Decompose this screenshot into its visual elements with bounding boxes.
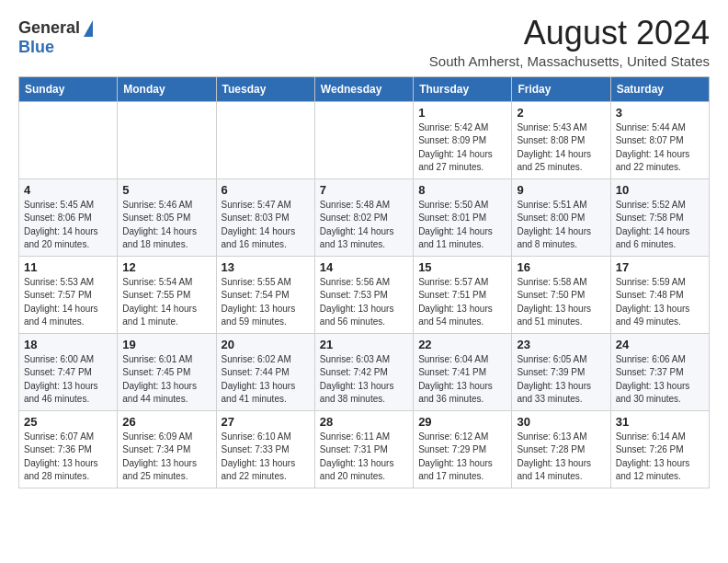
day-info: Sunrise: 5:44 AMSunset: 8:07 PMDaylight:… xyxy=(616,121,704,175)
day-info: Sunrise: 6:04 AMSunset: 7:41 PMDaylight:… xyxy=(418,353,506,407)
day-number: 5 xyxy=(122,183,210,197)
day-info: Sunrise: 5:46 AMSunset: 8:05 PMDaylight:… xyxy=(122,199,210,252)
day-of-week-wednesday: Wednesday xyxy=(314,76,413,101)
day-info: Sunrise: 5:59 AMSunset: 7:48 PMDaylight:… xyxy=(616,276,704,329)
day-number: 14 xyxy=(320,260,408,274)
day-info: Sunrise: 6:09 AMSunset: 7:34 PMDaylight:… xyxy=(122,431,210,484)
logo-blue-text: Blue xyxy=(18,38,54,56)
day-info: Sunrise: 6:05 AMSunset: 7:39 PMDaylight:… xyxy=(517,353,605,407)
day-number: 23 xyxy=(517,338,605,351)
day-number: 17 xyxy=(616,260,704,274)
calendar-cell: 31Sunrise: 6:14 AMSunset: 7:26 PMDayligh… xyxy=(610,410,709,488)
logo: General Blue xyxy=(18,18,93,57)
day-info: Sunrise: 6:03 AMSunset: 7:42 PMDaylight:… xyxy=(320,353,408,407)
day-info: Sunrise: 5:58 AMSunset: 7:50 PMDaylight:… xyxy=(517,276,605,329)
calendar-cell: 17Sunrise: 5:59 AMSunset: 7:48 PMDayligh… xyxy=(610,256,709,333)
day-number: 4 xyxy=(24,183,112,197)
calendar-cell: 30Sunrise: 6:13 AMSunset: 7:28 PMDayligh… xyxy=(512,410,610,488)
calendar-cell: 11Sunrise: 5:53 AMSunset: 7:57 PMDayligh… xyxy=(19,256,118,333)
day-of-week-saturday: Saturday xyxy=(610,76,709,101)
day-number: 19 xyxy=(122,338,210,351)
day-info: Sunrise: 6:10 AMSunset: 7:33 PMDaylight:… xyxy=(222,431,310,484)
day-number: 13 xyxy=(222,260,310,274)
calendar-cell xyxy=(118,101,216,178)
calendar-week-1: 1Sunrise: 5:42 AMSunset: 8:09 PMDaylight… xyxy=(19,101,710,178)
calendar-cell: 19Sunrise: 6:01 AMSunset: 7:45 PMDayligh… xyxy=(118,333,216,410)
calendar-cell: 4Sunrise: 5:45 AMSunset: 8:06 PMDaylight… xyxy=(19,178,118,256)
day-number: 29 xyxy=(418,415,506,429)
day-number: 28 xyxy=(320,415,408,429)
calendar-week-5: 25Sunrise: 6:07 AMSunset: 7:36 PMDayligh… xyxy=(19,410,710,488)
calendar-cell: 2Sunrise: 5:43 AMSunset: 8:08 PMDaylight… xyxy=(512,101,610,178)
logo-general-text: General xyxy=(18,18,80,38)
calendar-cell: 10Sunrise: 5:52 AMSunset: 7:58 PMDayligh… xyxy=(610,178,709,256)
day-number: 26 xyxy=(122,415,210,429)
calendar-cell: 6Sunrise: 5:47 AMSunset: 8:03 PMDaylight… xyxy=(216,178,314,256)
calendar-cell: 28Sunrise: 6:11 AMSunset: 7:31 PMDayligh… xyxy=(314,410,413,488)
calendar-cell: 22Sunrise: 6:04 AMSunset: 7:41 PMDayligh… xyxy=(414,333,512,410)
calendar-cell: 15Sunrise: 5:57 AMSunset: 7:51 PMDayligh… xyxy=(414,256,512,333)
day-info: Sunrise: 5:52 AMSunset: 7:58 PMDaylight:… xyxy=(616,199,704,252)
day-number: 16 xyxy=(517,260,605,274)
calendar-week-2: 4Sunrise: 5:45 AMSunset: 8:06 PMDaylight… xyxy=(19,178,710,256)
calendar-cell: 18Sunrise: 6:00 AMSunset: 7:47 PMDayligh… xyxy=(19,333,118,410)
calendar-cell: 25Sunrise: 6:07 AMSunset: 7:36 PMDayligh… xyxy=(19,410,118,488)
calendar-week-4: 18Sunrise: 6:00 AMSunset: 7:47 PMDayligh… xyxy=(19,333,710,410)
calendar-cell: 7Sunrise: 5:48 AMSunset: 8:02 PMDaylight… xyxy=(314,178,413,256)
calendar-cell: 27Sunrise: 6:10 AMSunset: 7:33 PMDayligh… xyxy=(216,410,314,488)
day-number: 11 xyxy=(24,260,112,274)
calendar-cell: 24Sunrise: 6:06 AMSunset: 7:37 PMDayligh… xyxy=(610,333,709,410)
calendar-cell: 8Sunrise: 5:50 AMSunset: 8:01 PMDaylight… xyxy=(414,178,512,256)
day-number: 6 xyxy=(222,183,310,197)
day-number: 31 xyxy=(616,415,704,429)
day-info: Sunrise: 5:55 AMSunset: 7:54 PMDaylight:… xyxy=(222,276,310,329)
day-info: Sunrise: 6:14 AMSunset: 7:26 PMDaylight:… xyxy=(616,431,704,484)
day-info: Sunrise: 6:06 AMSunset: 7:37 PMDaylight:… xyxy=(616,353,704,407)
day-number: 15 xyxy=(418,260,506,274)
day-info: Sunrise: 6:13 AMSunset: 7:28 PMDaylight:… xyxy=(517,431,605,484)
calendar-cell xyxy=(19,101,118,178)
day-info: Sunrise: 5:43 AMSunset: 8:08 PMDaylight:… xyxy=(517,121,605,175)
logo-triangle-icon xyxy=(84,20,93,37)
day-number: 3 xyxy=(616,106,704,120)
day-of-week-sunday: Sunday xyxy=(19,76,118,101)
days-of-week-row: SundayMondayTuesdayWednesdayThursdayFrid… xyxy=(19,76,710,101)
calendar-week-3: 11Sunrise: 5:53 AMSunset: 7:57 PMDayligh… xyxy=(19,256,710,333)
calendar-cell: 26Sunrise: 6:09 AMSunset: 7:34 PMDayligh… xyxy=(118,410,216,488)
day-info: Sunrise: 5:48 AMSunset: 8:02 PMDaylight:… xyxy=(320,199,408,252)
day-info: Sunrise: 6:00 AMSunset: 7:47 PMDaylight:… xyxy=(24,353,112,407)
day-number: 2 xyxy=(517,106,605,120)
day-info: Sunrise: 5:47 AMSunset: 8:03 PMDaylight:… xyxy=(222,199,310,252)
calendar-cell: 9Sunrise: 5:51 AMSunset: 8:00 PMDaylight… xyxy=(512,178,610,256)
day-info: Sunrise: 5:42 AMSunset: 8:09 PMDaylight:… xyxy=(418,121,506,175)
calendar-cell: 13Sunrise: 5:55 AMSunset: 7:54 PMDayligh… xyxy=(216,256,314,333)
page-title: August 2024 xyxy=(429,15,710,52)
calendar-cell: 29Sunrise: 6:12 AMSunset: 7:29 PMDayligh… xyxy=(414,410,512,488)
day-of-week-tuesday: Tuesday xyxy=(216,76,314,101)
calendar-cell xyxy=(216,101,314,178)
calendar-cell: 21Sunrise: 6:03 AMSunset: 7:42 PMDayligh… xyxy=(314,333,413,410)
day-info: Sunrise: 5:57 AMSunset: 7:51 PMDaylight:… xyxy=(418,276,506,329)
calendar-cell: 23Sunrise: 6:05 AMSunset: 7:39 PMDayligh… xyxy=(512,333,610,410)
page-subtitle: South Amherst, Massachusetts, United Sta… xyxy=(429,53,710,69)
calendar-cell: 14Sunrise: 5:56 AMSunset: 7:53 PMDayligh… xyxy=(314,256,413,333)
day-number: 10 xyxy=(616,183,704,197)
calendar-header: SundayMondayTuesdayWednesdayThursdayFrid… xyxy=(19,76,710,101)
calendar-cell: 20Sunrise: 6:02 AMSunset: 7:44 PMDayligh… xyxy=(216,333,314,410)
day-number: 1 xyxy=(418,106,506,120)
day-number: 7 xyxy=(320,183,408,197)
calendar-cell: 12Sunrise: 5:54 AMSunset: 7:55 PMDayligh… xyxy=(118,256,216,333)
day-info: Sunrise: 5:45 AMSunset: 8:06 PMDaylight:… xyxy=(24,199,112,252)
day-info: Sunrise: 6:11 AMSunset: 7:31 PMDaylight:… xyxy=(320,431,408,484)
calendar-table: SundayMondayTuesdayWednesdayThursdayFrid… xyxy=(18,76,710,488)
day-info: Sunrise: 6:02 AMSunset: 7:44 PMDaylight:… xyxy=(222,353,310,407)
calendar-cell: 3Sunrise: 5:44 AMSunset: 8:07 PMDaylight… xyxy=(610,101,709,178)
day-number: 8 xyxy=(418,183,506,197)
calendar-cell: 5Sunrise: 5:46 AMSunset: 8:05 PMDaylight… xyxy=(118,178,216,256)
day-number: 25 xyxy=(24,415,112,429)
day-of-week-monday: Monday xyxy=(118,76,216,101)
calendar-body: 1Sunrise: 5:42 AMSunset: 8:09 PMDaylight… xyxy=(19,101,710,488)
day-info: Sunrise: 5:56 AMSunset: 7:53 PMDaylight:… xyxy=(320,276,408,329)
day-of-week-friday: Friday xyxy=(512,76,610,101)
calendar-cell: 16Sunrise: 5:58 AMSunset: 7:50 PMDayligh… xyxy=(512,256,610,333)
